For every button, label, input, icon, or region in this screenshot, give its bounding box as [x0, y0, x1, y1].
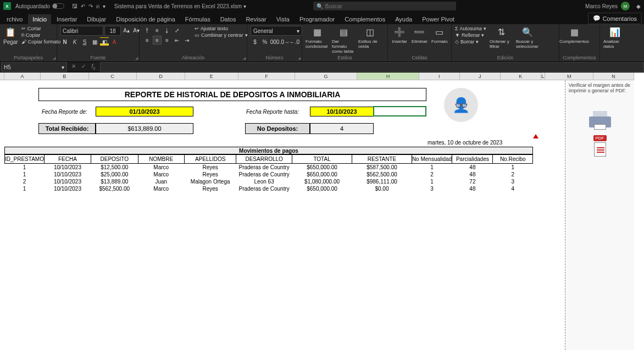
italic-button[interactable]: K [70, 37, 79, 46]
font-size-input[interactable] [104, 26, 121, 36]
font-color-button[interactable]: A [110, 37, 119, 46]
format-as-table-button[interactable]: ▤Dar formato como tabla [332, 26, 355, 54]
insert-cells-button[interactable]: ➕Insertar [391, 26, 408, 44]
tab-ayuda[interactable]: Ayuda [391, 14, 417, 24]
addins-button[interactable]: ▦Complementos [563, 26, 586, 44]
undo-icon[interactable]: ↶ [81, 3, 85, 9]
fill-button[interactable]: ▼Rellenar ▾ [455, 32, 486, 38]
enter-formula-icon[interactable]: ✓ [79, 63, 88, 71]
dialog-launcher-icon[interactable]: ◢ [135, 56, 138, 60]
merge-center-button[interactable]: ▭Combinar y centrar ▾ [195, 32, 248, 38]
redo-icon[interactable]: ↷ [88, 3, 93, 9]
tab-insertar[interactable]: Insertar [52, 14, 81, 24]
dec-decimal-icon[interactable]: ←.0 [290, 37, 299, 46]
font-name-input[interactable] [60, 26, 103, 36]
align-right-icon[interactable]: ≡ [163, 36, 171, 45]
save-icon[interactable]: 🖫 [72, 3, 77, 9]
column-header-I[interactable]: I [419, 73, 460, 80]
column-header-J[interactable]: J [460, 73, 501, 80]
tab-programador[interactable]: Programador [295, 14, 339, 24]
column-header-A[interactable]: A [4, 73, 41, 80]
select-all-corner[interactable] [0, 73, 4, 80]
column-header-K[interactable]: K [501, 73, 541, 80]
tab-complementos[interactable]: Complementos [340, 14, 390, 24]
table-row[interactable]: 110/10/2023$562,500.00MarcoReyesPraderas… [5, 185, 533, 192]
column-header-G[interactable]: G [295, 73, 357, 80]
format-painter-button[interactable]: 🖌Copiar formato [21, 39, 61, 45]
table-row[interactable]: 110/10/2023$12,500.00MarcoReyesPraderas … [5, 164, 533, 171]
fill-color-button[interactable]: ◧ [100, 37, 109, 46]
search-box[interactable]: 🔍 Buscar [313, 2, 456, 10]
column-header-B[interactable]: B [41, 73, 89, 80]
clear-button[interactable]: ◇Borrar ▾ [455, 39, 486, 45]
autosave-toggle[interactable]: Autoguardado [15, 3, 64, 9]
tab-disposicion[interactable]: Disposición de página [112, 14, 180, 24]
percent-icon[interactable]: % [260, 37, 269, 46]
bold-button[interactable]: N [60, 37, 69, 46]
copy-button[interactable]: ⎘Copiar [21, 32, 61, 38]
underline-button[interactable]: S [80, 37, 89, 46]
cut-button[interactable]: ✂Cortar [21, 26, 61, 31]
window-controls[interactable]: ◆ [636, 3, 641, 9]
indent-inc-icon[interactable]: ⇥ [182, 36, 191, 45]
touch-icon[interactable]: ⎚ [96, 3, 99, 9]
column-header-D[interactable]: D [137, 73, 185, 80]
comment-indicator-icon[interactable] [533, 134, 538, 138]
tab-datos[interactable]: Datos [216, 14, 241, 24]
formula-input[interactable] [100, 62, 644, 72]
align-center-icon[interactable]: ≡ [153, 36, 162, 45]
tab-revisar[interactable]: Revisar [241, 14, 270, 24]
column-header-C[interactable]: C [89, 73, 137, 80]
orientation-icon[interactable]: ⤢ [173, 26, 181, 35]
analyze-button[interactable]: 📊Analizar datos [603, 26, 626, 49]
align-middle-icon[interactable]: ≡ [153, 26, 162, 35]
print-button[interactable] [589, 110, 611, 127]
border-button[interactable]: ▦ [90, 37, 99, 46]
dialog-launcher-icon[interactable]: ◢ [243, 56, 246, 60]
name-box[interactable]: H5▾ [1, 62, 67, 72]
column-header-E[interactable]: E [185, 73, 238, 80]
avatar-icon[interactable]: M [621, 2, 630, 10]
dialog-launcher-icon[interactable]: ◢ [298, 56, 301, 60]
date-to-value[interactable]: 10/10/2023 [310, 107, 374, 116]
dialog-launcher-icon[interactable]: ◢ [53, 56, 55, 60]
sheet-body[interactable]: REPORTE DE HISTORIAL DE DEPOSITOS A INMO… [4, 80, 634, 350]
date-from-value[interactable]: 01/10/2023 [96, 107, 193, 116]
toggle-icon[interactable] [52, 3, 64, 9]
increase-font-icon[interactable]: A▴ [122, 26, 131, 35]
align-left-icon[interactable]: ≡ [143, 36, 152, 45]
worksheet[interactable]: ABCDEFGHIJKLMN REPORTE DE HISTORIAL DE D… [0, 73, 644, 350]
find-select-button[interactable]: 🔍Buscar y seleccionar [516, 26, 539, 49]
file-name[interactable]: Sistema para Venta de Terrenos en Excel … [114, 3, 246, 9]
format-cells-button[interactable]: ▭Formato [431, 26, 448, 44]
column-header-L[interactable]: L [541, 73, 546, 80]
tab-vista[interactable]: Vista [272, 14, 294, 24]
currency-icon[interactable]: $ [251, 37, 259, 46]
tab-dibujar[interactable]: Dibujar [82, 14, 110, 24]
photo-placeholder[interactable]: 👤 👓 [444, 88, 478, 122]
inc-decimal-icon[interactable]: .0→ [280, 37, 289, 46]
comma-icon[interactable]: 000 [270, 37, 279, 46]
user-area[interactable]: Marco Reyes M ◆ [585, 2, 641, 10]
active-cell[interactable] [373, 106, 426, 116]
qat-more-icon[interactable]: ▾ [103, 3, 106, 9]
comments-button[interactable]: 💬 Comentarios [588, 13, 642, 24]
autosum-button[interactable]: ΣAutosuma ▾ [455, 26, 486, 31]
fx-icon[interactable]: fx [89, 63, 98, 71]
sort-filter-button[interactable]: ⇅Ordenar y filtrar [490, 26, 513, 49]
indent-dec-icon[interactable]: ⇤ [173, 36, 181, 45]
cancel-formula-icon[interactable]: ✕ [69, 63, 78, 71]
cell-styles-button[interactable]: ◫Estilos de celda [358, 26, 381, 49]
align-top-icon[interactable]: ⭱ [143, 26, 152, 35]
tab-formulas[interactable]: Fórmulas [181, 14, 215, 24]
paste-button[interactable]: 📋 Pegar [3, 26, 18, 45]
tab-archivo[interactable]: rchivo [2, 14, 27, 24]
align-bottom-icon[interactable]: ⭳ [163, 26, 171, 35]
table-row[interactable]: 210/10/2023$13,889.00JuanMalagon OrtegaL… [5, 178, 533, 185]
column-header-N[interactable]: N [593, 73, 634, 80]
number-format-select[interactable]: General▾ [251, 26, 302, 36]
pdf-button[interactable]: PDF [569, 135, 631, 157]
column-header-F[interactable]: F [238, 73, 295, 80]
wrap-text-button[interactable]: ↩Ajustar texto [195, 26, 248, 31]
column-header-M[interactable]: M [545, 73, 593, 80]
